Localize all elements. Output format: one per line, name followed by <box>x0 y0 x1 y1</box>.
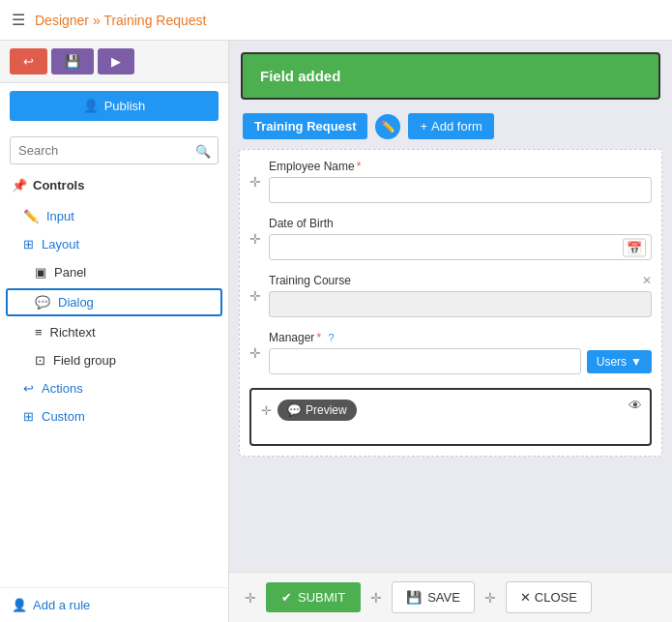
input-icon: ✏️ <box>23 209 39 223</box>
publish-button[interactable]: 👤 Publish <box>10 91 219 121</box>
dialog-label: Dialog <box>58 295 94 310</box>
field-row-dob: ✛ Date of Birth 📅 <box>249 217 652 260</box>
add-rule-icon: 👤 <box>12 598 27 612</box>
required-star: * <box>357 160 362 173</box>
form-topbar: Training Request ✏️ + Add form <box>239 113 662 139</box>
search-icon: 🔍 <box>195 143 211 158</box>
add-form-button[interactable]: + Add form <box>408 113 493 139</box>
layout-icon: ⊞ <box>23 237 34 252</box>
move-handle-preview[interactable]: ✛ <box>261 403 272 418</box>
preview-label: Preview <box>306 403 347 417</box>
submit-button[interactable]: ✔ SUBMIT <box>266 582 361 612</box>
breadcrumb-sep: » <box>93 13 101 28</box>
custom-label: Custom <box>42 409 85 424</box>
close-x-icon: ✕ <box>520 590 531 605</box>
bottom-bar: ✛ ✔ SUBMIT ✛ 💾 SAVE ✛ ✕ CLOSE <box>229 572 672 622</box>
save-disk-icon: 💾 <box>406 590 422 605</box>
field-row-employee-name: ✛ Employee Name* <box>249 160 652 203</box>
controls-header: 📌 Controls <box>0 172 228 198</box>
fieldgroup-label: Field group <box>53 353 116 368</box>
actions-label: Actions <box>42 381 83 396</box>
users-label: Users <box>597 355 627 369</box>
users-chevron-icon: ▼ <box>630 355 642 369</box>
breadcrumb-brand: Designer <box>35 13 89 28</box>
custom-icon: ⊞ <box>23 409 34 424</box>
dob-label: Date of Birth <box>269 217 652 230</box>
preview-bubble-icon: 💬 <box>287 403 302 417</box>
manager-users-row: Users ▼ <box>269 348 652 374</box>
hamburger-icon[interactable]: ☰ <box>12 11 25 29</box>
actions-icon: ↩ <box>23 381 34 396</box>
panel-label: Panel <box>54 265 86 280</box>
save-toolbar-button[interactable]: 💾 <box>51 48 94 74</box>
sidebar-toolbar: ↩ 💾 ▶ <box>0 41 228 83</box>
preview-bubble: 💬 Preview <box>278 400 357 421</box>
sidebar-item-fieldgroup[interactable]: ⊡ Field group <box>0 346 228 374</box>
layout-label: Layout <box>42 237 79 252</box>
add-rule[interactable]: 👤 Add a rule <box>0 587 228 622</box>
employee-name-input[interactable] <box>269 177 652 203</box>
breadcrumb-page: Training Request <box>103 13 206 28</box>
field-row-manager: ✛ Manager* ? Users ▼ <box>249 331 652 374</box>
header: ☰ Designer » Training Request <box>0 0 672 41</box>
sidebar-item-dialog[interactable]: 💬 Dialog <box>6 288 222 316</box>
play-button[interactable]: ▶ <box>98 48 134 74</box>
undo-button[interactable]: ↩ <box>10 48 47 74</box>
search-input[interactable] <box>10 136 219 164</box>
bottom-move-icon-3: ✛ <box>484 590 496 606</box>
form-fields: ✛ Employee Name* ✛ Date of Birth <box>239 149 662 457</box>
bottom-move-icon-2: ✛ <box>370 590 382 606</box>
save-label: SAVE <box>427 590 460 605</box>
move-handle-dob[interactable]: ✛ <box>249 231 261 247</box>
edit-form-button[interactable]: ✏️ <box>375 114 400 139</box>
breadcrumb: Designer » Training Request <box>35 13 206 28</box>
fieldgroup-icon: ⊡ <box>35 353 45 368</box>
training-select-wrap <box>269 291 652 317</box>
dialog-icon: 💬 <box>35 295 50 310</box>
dob-input[interactable] <box>269 234 652 260</box>
form-title: Training Request <box>243 113 367 139</box>
preview-inner: ✛ 💬 Preview <box>261 400 640 421</box>
move-handle-manager[interactable]: ✛ <box>249 345 261 361</box>
search-box: 🔍 <box>10 136 219 164</box>
richtext-label: Richtext <box>50 325 96 340</box>
field-dob: Date of Birth 📅 <box>269 217 652 260</box>
sidebar-item-custom[interactable]: ⊞ Custom <box>0 402 228 430</box>
dob-input-wrapper: 📅 <box>269 234 652 260</box>
close-button[interactable]: ✕ CLOSE <box>506 581 592 613</box>
move-handle-employee[interactable]: ✛ <box>249 174 261 190</box>
manager-label: Manager* ? <box>269 331 652 344</box>
training-course-label: Training Course ✕ <box>269 274 652 287</box>
sidebar: ↩ 💾 ▶ 👤 Publish 🔍 📌 Controls ✏️ Input ⊞ … <box>0 41 229 622</box>
sidebar-item-panel[interactable]: ▣ Panel <box>0 258 228 286</box>
sidebar-item-richtext[interactable]: ≡ Richtext <box>0 318 228 346</box>
field-employee-name: Employee Name* <box>269 160 652 203</box>
sidebar-item-actions[interactable]: ↩ Actions <box>0 374 228 402</box>
preview-eye-icon[interactable]: 👁 <box>628 398 642 413</box>
employee-name-label: Employee Name* <box>269 160 652 173</box>
manager-input[interactable] <box>269 348 581 374</box>
sidebar-item-layout[interactable]: ⊞ Layout <box>0 230 228 258</box>
save-button[interactable]: 💾 SAVE <box>392 581 475 613</box>
preview-block: ✛ 💬 Preview 👁 <box>249 388 652 446</box>
panel-icon: ▣ <box>35 265 46 280</box>
submit-label: SUBMIT <box>298 590 345 605</box>
bottom-move-icon: ✛ <box>245 590 256 606</box>
add-rule-label: Add a rule <box>33 598 90 612</box>
field-added-notification: Field added <box>241 52 660 100</box>
publish-icon: 👤 <box>83 99 99 113</box>
field-training-course: Training Course ✕ <box>269 274 652 317</box>
publish-label: Publish <box>104 99 146 113</box>
manager-required-star: * <box>316 331 321 344</box>
manager-help-icon[interactable]: ? <box>328 332 334 343</box>
calendar-icon[interactable]: 📅 <box>623 238 646 256</box>
remove-training-icon[interactable]: ✕ <box>642 274 652 287</box>
users-button[interactable]: Users ▼ <box>587 350 652 373</box>
notification-message: Field added <box>260 68 340 84</box>
add-form-icon: + <box>420 119 427 133</box>
controls-icon: 📌 <box>12 178 27 193</box>
content-area: Field added Training Request ✏️ + Add fo… <box>229 41 672 622</box>
sidebar-item-input[interactable]: ✏️ Input <box>0 202 228 230</box>
move-handle-training[interactable]: ✛ <box>249 288 261 304</box>
training-course-select[interactable] <box>269 291 652 317</box>
